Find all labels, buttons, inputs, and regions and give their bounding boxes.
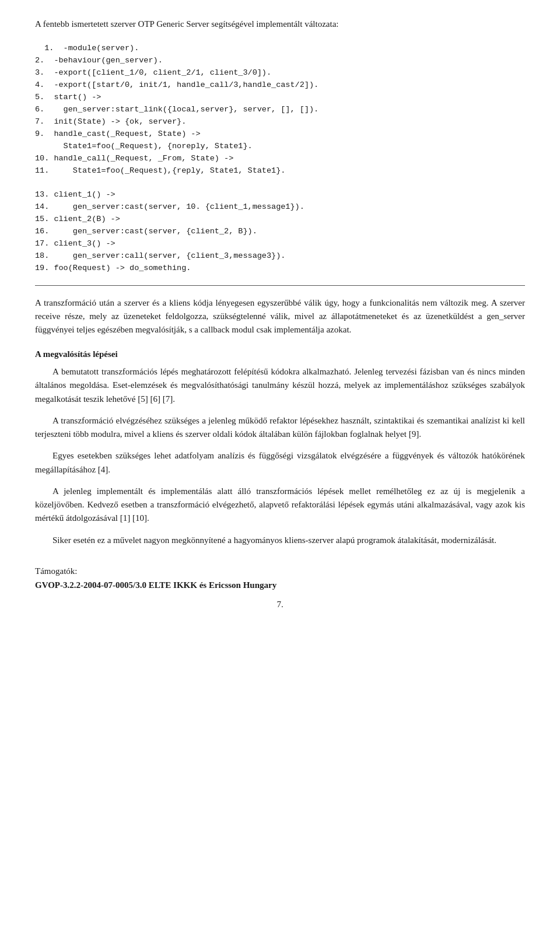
footer-content: GVOP-3.2.2-2004-07-0005/3.0 ELTE IKKK és… [35,579,525,592]
paragraph-2: A bemutatott transzformációs lépés megha… [35,365,525,406]
footer: Támogatók: GVOP-3.2.2-2004-07-0005/3.0 E… [35,565,525,592]
paragraph-1: A transzformáció után a szerver és a kli… [35,296,525,337]
paragraph-6: Siker esetén ez a művelet nagyon megkönn… [35,534,525,547]
page-number: 7. [35,598,525,611]
header-text: A fentebb ismertetett szerver OTP Generi… [35,17,525,31]
code-block: 1. -module(server). 2. -behaviour(gen_se… [35,31,525,275]
section-divider [35,285,525,286]
section-heading: A megvalósítás lépései [35,348,525,361]
footer-label: Támogatók: [35,565,525,578]
paragraph-3: A transzformáció elvégzéséhez szükséges … [35,414,525,442]
paragraph-5: A jelenleg implementált és implementálás… [35,485,525,526]
code-line-1: 1. -module(server). 2. -behaviour(gen_se… [35,44,318,272]
paragraph-4: Egyes esetekben szükséges lehet adatfoly… [35,449,525,477]
page-header: A fentebb ismertetett szerver OTP Generi… [35,17,525,31]
